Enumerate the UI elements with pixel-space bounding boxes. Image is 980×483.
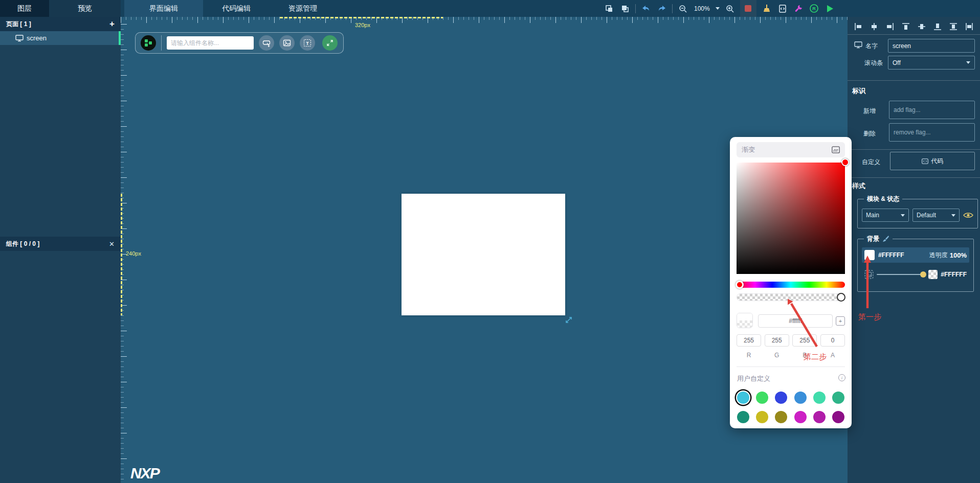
remove-flag-input[interactable] [889, 123, 975, 142]
distribute-vertical-icon[interactable] [965, 22, 974, 31]
gradient-slider[interactable] [877, 274, 925, 275]
module-state-fieldset: 模块 & 状态 Main Default [857, 195, 978, 228]
toolbar-separator [161, 35, 162, 51]
add-flag-label: 新增 [863, 107, 876, 116]
align-left-icon[interactable] [854, 22, 863, 31]
chevron-down-icon[interactable] [716, 7, 720, 10]
undo-icon[interactable] [640, 3, 652, 14]
button-widget-button[interactable] [259, 35, 274, 51]
align-right-icon[interactable] [885, 22, 895, 31]
state-select[interactable]: Default [912, 209, 960, 222]
gradient-color-swatch[interactable] [928, 270, 938, 279]
pages-section-header: 页面 [ 1 ] + [0, 17, 121, 31]
color-swatch[interactable] [794, 411, 807, 423]
saturation-area[interactable] [737, 163, 845, 274]
gradient-image-icon[interactable] [864, 270, 874, 279]
svg-text:T: T [306, 41, 309, 46]
monitor-icon [854, 41, 862, 49]
custom-swatches-row2 [737, 411, 844, 423]
color-swatch[interactable] [813, 392, 826, 404]
plus-box-icon[interactable]: + [836, 316, 845, 326]
color-swatch[interactable] [775, 392, 787, 404]
gradient-hex: #FFFFFF [941, 271, 967, 278]
background-color-swatch[interactable] [864, 250, 875, 260]
color-swatch[interactable] [832, 411, 844, 423]
wrench-icon[interactable] [793, 3, 804, 14]
info-icon[interactable]: i [838, 374, 845, 381]
broom-icon[interactable] [761, 3, 772, 14]
resize-icon[interactable] [565, 316, 573, 324]
zoom-in-icon[interactable] [724, 3, 736, 14]
alpha-handle[interactable] [837, 293, 845, 302]
align-center-horizontal-icon[interactable] [870, 22, 879, 31]
chevron-down-icon [951, 214, 955, 217]
zoom-level[interactable]: 100% [693, 5, 711, 12]
module-state-legend: 模块 & 状态 [867, 195, 899, 203]
custom-swatches-row1 [737, 392, 844, 404]
opacity-value: 100% [950, 251, 967, 259]
widget-palette-button[interactable] [141, 35, 156, 51]
duplicate-icon[interactable] [619, 3, 631, 14]
color-swatch[interactable] [737, 411, 749, 423]
align-top-icon[interactable] [901, 22, 910, 31]
zoom-out-icon[interactable] [677, 3, 688, 14]
divider [848, 149, 980, 150]
color-swatch[interactable] [813, 411, 826, 423]
color-swatch[interactable] [756, 411, 768, 423]
collapse-icon[interactable]: ✕ [109, 240, 115, 248]
eye-icon[interactable] [963, 212, 973, 219]
align-center-vertical-icon[interactable] [917, 22, 926, 31]
align-bottom-icon[interactable] [933, 22, 942, 31]
red-input[interactable] [737, 334, 761, 347]
hex-input[interactable] [758, 314, 833, 328]
custom-label: 自定义 [862, 158, 880, 167]
tab-layers[interactable]: 图层 [0, 0, 49, 17]
tab-resource-manage[interactable]: 资源管理 [270, 0, 336, 17]
module-select[interactable]: Main [862, 209, 909, 222]
toolbar: 100% R [604, 0, 836, 17]
screen-object[interactable] [402, 194, 565, 315]
gradient-icon[interactable] [832, 146, 840, 153]
toolbar-separator [672, 4, 673, 13]
registered-icon[interactable]: R [809, 3, 820, 14]
tab-code-edit[interactable]: 代码编辑 [203, 0, 270, 17]
code-file-icon[interactable] [777, 3, 788, 14]
color-swatch[interactable] [737, 392, 749, 404]
blue-input[interactable] [792, 334, 817, 347]
fullscreen-button[interactable] [322, 35, 338, 51]
green-input[interactable] [765, 334, 789, 347]
image-widget-button[interactable] [279, 35, 295, 51]
divider [848, 177, 980, 178]
horizontal-ruler: 320px [121, 17, 848, 24]
tab-preview[interactable]: 预览 [49, 0, 121, 17]
search-input[interactable] [167, 36, 254, 50]
gui-designer-app: 图层 预览 界面编辑 代码编辑 资源管理 100% [0, 0, 980, 483]
add-flag-input[interactable] [889, 101, 975, 119]
alpha-input[interactable] [820, 334, 845, 347]
hue-slider[interactable] [737, 282, 845, 288]
code-button[interactable]: 代码 [890, 152, 975, 170]
add-page-button[interactable]: + [109, 19, 115, 29]
color-swatch[interactable] [756, 392, 768, 404]
properties-panel: 名字 滚动条 Off 标识 新增 删除 自定义 代码 样式 模块 & 状态 [848, 17, 980, 483]
ruler-highlight-band [280, 17, 443, 18]
hue-handle[interactable] [736, 281, 744, 289]
play-button[interactable] [825, 3, 836, 14]
alpha-slider[interactable] [737, 293, 845, 301]
color-swatch[interactable] [832, 392, 844, 404]
distribute-horizontal-icon[interactable] [949, 22, 958, 31]
scrollbar-select[interactable]: Off [888, 56, 975, 70]
saturation-handle[interactable] [841, 158, 849, 166]
text-widget-button[interactable]: T [300, 35, 315, 51]
redo-icon[interactable] [656, 3, 667, 14]
background-color-row[interactable]: #FFFFFF 透明度 100% [862, 247, 969, 263]
tab-ui-edit[interactable]: 界面编辑 [124, 0, 203, 17]
color-swatch[interactable] [775, 411, 787, 423]
slider-handle[interactable] [920, 271, 926, 278]
record-button[interactable] [740, 0, 756, 17]
color-swatch[interactable] [794, 392, 807, 404]
copy-icon[interactable] [604, 3, 615, 14]
name-input[interactable] [888, 39, 975, 53]
page-item-screen[interactable]: screen [0, 31, 121, 45]
play-icon [827, 5, 833, 12]
